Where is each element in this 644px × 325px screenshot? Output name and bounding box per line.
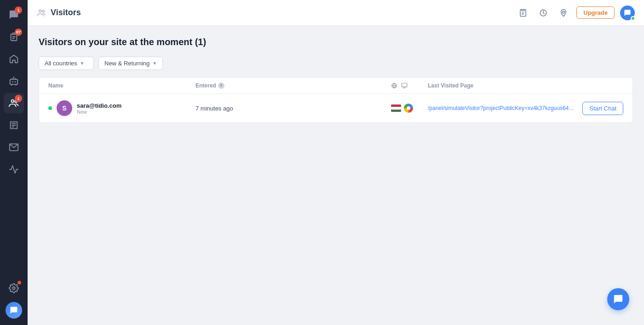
svg-point-7: [12, 100, 14, 103]
countries-filter-label: All countries: [45, 60, 77, 67]
visitor-info: sara@tidio.com New: [77, 102, 121, 115]
countries-chevron-icon: ▼: [80, 61, 85, 66]
sidebar: 1 87 1: [0, 0, 28, 325]
last-page-link[interactable]: /panel/simulateVisitor?projectPublicKey=…: [428, 105, 575, 111]
sidebar-item-chat[interactable]: 1: [4, 5, 24, 25]
visitor-cell: S sara@tidio.com New: [48, 100, 196, 116]
flags-cell: [391, 104, 428, 113]
visitors-count-title: Visitors on your site at the moment (1): [39, 37, 633, 47]
visitor-type-chevron-icon: ▼: [152, 61, 157, 66]
visitor-type-filter[interactable]: New & Returning ▼: [98, 57, 163, 70]
svg-rect-16: [522, 9, 524, 11]
svg-point-13: [12, 287, 15, 290]
th-flags: [391, 82, 428, 89]
page-title: Visitors: [51, 8, 511, 17]
entered-cell: 7 minutes ago: [196, 105, 391, 112]
tickets-badge: 87: [15, 29, 22, 36]
clipboard-icon-btn[interactable]: [516, 6, 530, 20]
svg-rect-23: [402, 83, 407, 87]
visitor-email: sara@tidio.com: [77, 102, 121, 109]
visitor-tag: New: [77, 109, 121, 115]
chat-badge: 1: [15, 6, 22, 14]
svg-point-14: [39, 10, 41, 12]
sidebar-item-bot[interactable]: [4, 71, 24, 91]
last-page-cell: /panel/simulateVisitor?projectPublicKey=…: [428, 102, 623, 115]
entered-help-icon[interactable]: ?: [218, 82, 224, 89]
svg-rect-2: [10, 79, 18, 84]
sidebar-item-settings[interactable]: [4, 278, 24, 298]
upgrade-button[interactable]: Upgrade: [576, 6, 615, 19]
user-status-dot: [631, 16, 635, 21]
visitor-avatar: S: [57, 100, 72, 116]
chat-fab-button[interactable]: [607, 288, 629, 310]
visitors-table: Name Entered ?: [39, 77, 633, 123]
chat-fab-icon: [613, 294, 623, 304]
header-icon-group: [37, 8, 46, 17]
visitor-type-filter-label: New & Returning: [104, 60, 150, 67]
country-flag: [391, 104, 401, 112]
online-status-dot: [48, 106, 52, 110]
table-header: Name Entered ?: [39, 78, 632, 94]
th-name: Name: [48, 82, 196, 89]
th-last-page: Last Visited Page: [428, 82, 623, 89]
filters-bar: All countries ▼ New & Returning ▼: [39, 57, 633, 70]
visitors-badge: 1: [15, 95, 22, 102]
user-avatar[interactable]: [620, 6, 635, 20]
sidebar-item-analytics[interactable]: [4, 159, 24, 180]
sidebar-item-visitors[interactable]: 1: [4, 93, 24, 113]
content-area: Visitors on your site at the moment (1) …: [28, 26, 644, 325]
sidebar-item-tickets[interactable]: 87: [4, 27, 24, 47]
location-icon-btn[interactable]: [556, 6, 571, 20]
browser-icon: [404, 104, 413, 113]
page-header: Visitors: [28, 0, 644, 26]
flag-stripe-green: [391, 110, 401, 112]
sidebar-item-email[interactable]: [4, 137, 24, 157]
globe-icon: [391, 82, 397, 89]
table-row: S sara@tidio.com New 7 minutes ago: [39, 94, 632, 122]
monitor-icon: [401, 82, 408, 89]
sidebar-brand-avatar[interactable]: [4, 300, 24, 320]
sidebar-item-home[interactable]: [4, 49, 24, 69]
th-entered: Entered ?: [196, 82, 391, 89]
main-content: Visitors: [28, 0, 644, 325]
refresh-icon-btn[interactable]: [536, 6, 551, 20]
countries-filter[interactable]: All countries ▼: [39, 57, 94, 70]
settings-badge: [17, 281, 21, 284]
svg-point-3: [12, 81, 13, 82]
svg-point-4: [14, 81, 16, 82]
header-actions: Upgrade: [516, 6, 635, 20]
sidebar-item-contacts[interactable]: [4, 115, 24, 135]
svg-point-15: [42, 10, 44, 12]
start-chat-button[interactable]: Start Chat: [582, 102, 623, 115]
sidebar-bottom: [4, 278, 24, 320]
svg-point-20: [563, 11, 565, 13]
